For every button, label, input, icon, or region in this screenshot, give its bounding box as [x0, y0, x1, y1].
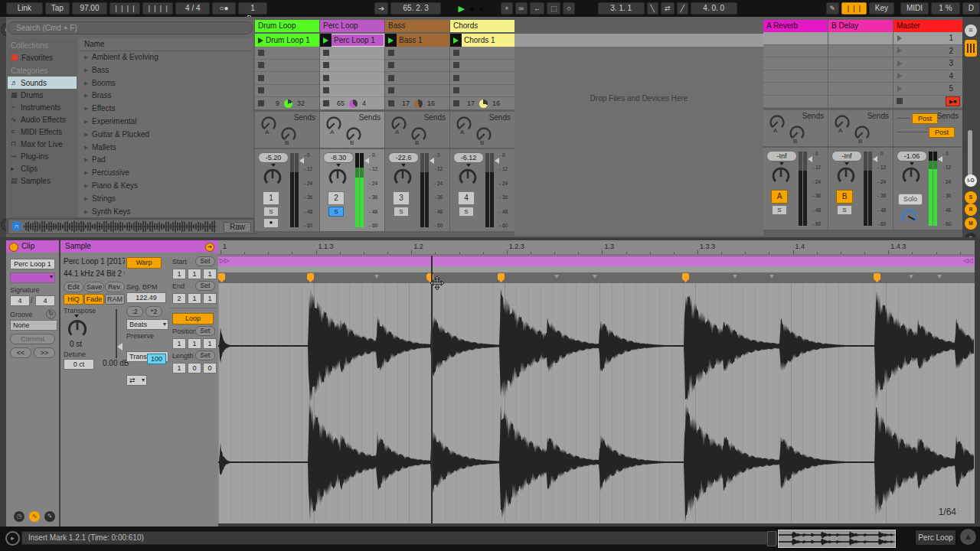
empty-clip-slot[interactable] [385, 60, 449, 73]
solo-button[interactable]: S [263, 207, 279, 217]
clip-color-chooser[interactable]: ▾ [10, 272, 55, 283]
expand-triangle-icon[interactable]: ▶ [84, 64, 92, 77]
computer-midi-keyboard-toggle[interactable]: ❘❘❘ [841, 2, 867, 15]
length-set-button[interactable]: Set [195, 350, 215, 360]
list-item[interactable]: ▶Pad [78, 154, 253, 167]
scene-play-icon[interactable] [897, 60, 902, 67]
list-item[interactable]: ▶Guitar & Plucked [78, 129, 253, 142]
warp-toggle[interactable]: Warp [126, 257, 162, 269]
volume-field[interactable]: -Inf [766, 151, 797, 161]
empty-clip-slot[interactable] [385, 72, 449, 85]
send-b-post-toggle[interactable]: Post [929, 127, 955, 138]
transient-marker[interactable] [909, 275, 913, 279]
empty-clip-slot[interactable] [385, 47, 449, 60]
overview-edge-button[interactable] [767, 531, 776, 546]
quantization-menu[interactable]: 1 Bar ▾ [238, 2, 268, 15]
expand-triangle-icon[interactable]: ▶ [84, 90, 92, 103]
track-header[interactable]: Bass [385, 20, 449, 32]
grid-value-label[interactable]: 1/64 [939, 507, 956, 517]
warp-mode-menu[interactable]: Beats [126, 319, 168, 330]
list-item[interactable]: ▶Percussive [78, 167, 253, 180]
warp-marker[interactable] [218, 273, 225, 282]
clip-play-button[interactable] [258, 37, 263, 44]
scene-slot-5[interactable]: 5 [893, 83, 962, 96]
draw-grid-button[interactable]: ⬚ [547, 2, 561, 15]
length-value-fields[interactable]: 100 [172, 363, 217, 373]
end-set-button[interactable]: Set [195, 281, 215, 291]
punch-in-field[interactable]: 3. 1. 1 [598, 2, 645, 15]
start-value-fields[interactable]: 111 [172, 269, 217, 279]
expand-triangle-icon[interactable]: ▶ [84, 154, 92, 167]
empty-clip-slot[interactable] [450, 60, 514, 73]
master-solo-button[interactable]: Solo [898, 194, 923, 205]
raw-preview-button[interactable]: Raw [224, 222, 251, 233]
master-header[interactable]: Master [893, 20, 962, 32]
commit-button[interactable]: Commit [10, 334, 55, 344]
empty-clip-slot[interactable] [255, 47, 319, 60]
nudge-down-button[interactable]: ❘❘❘❘ [109, 2, 140, 15]
position-value[interactable]: 1 [172, 338, 186, 349]
volume-field[interactable]: -8.30 [323, 152, 354, 163]
clip-play-button[interactable] [385, 34, 397, 47]
scene-slot-3[interactable]: 3 [893, 57, 962, 70]
preview-waveform[interactable]: ∩ Raw [8, 219, 254, 234]
half-tempo-button[interactable]: :2 [126, 306, 143, 317]
track-activator-button[interactable]: 4 [458, 191, 475, 205]
nudge-forward-button[interactable]: >> [34, 347, 55, 358]
end-value-fields[interactable]: 211 [172, 293, 217, 304]
clip-stop-button[interactable] [388, 50, 394, 56]
warp-marker[interactable] [307, 273, 314, 282]
solo-button[interactable]: S [328, 207, 344, 217]
clip-slot-perc-loop-1[interactable]: Perc Loop 1 [320, 34, 384, 47]
key-map-button[interactable]: Key [869, 2, 894, 15]
reverse-button[interactable]: Rev. [105, 282, 125, 292]
sidebar-item-instruments[interactable]: ◔Instruments [8, 101, 77, 113]
sidebar-item-drums[interactable]: ▦Drums [8, 89, 77, 101]
play-button[interactable]: ▶ [458, 4, 464, 14]
list-item[interactable]: ▶Strings [78, 193, 253, 206]
hot-swap-groove-icon[interactable]: ↻ [46, 309, 56, 319]
groove-chooser[interactable]: None [10, 320, 57, 331]
loop-end-marker[interactable]: ◁◁ [964, 257, 973, 264]
empty-clip-slot[interactable] [450, 47, 514, 60]
list-item[interactable]: ▶Effects [78, 103, 253, 116]
loop-brace[interactable]: ▷▷ ◁◁ [218, 256, 975, 267]
transient-marker[interactable] [593, 275, 597, 279]
expand-triangle-icon[interactable]: ▶ [84, 103, 92, 116]
tap-tempo-button[interactable]: Tap [45, 2, 70, 15]
expand-triangle-icon[interactable]: ▶ [84, 167, 92, 180]
gain-slider-handle[interactable] [117, 343, 122, 350]
signature-numerator-field[interactable]: 4 [10, 295, 30, 306]
envelopes-box-toggle[interactable]: ✎ [44, 511, 55, 522]
start-set-button[interactable]: Set [195, 256, 215, 266]
expand-triangle-icon[interactable]: ▶ [84, 193, 92, 206]
empty-clip-slot[interactable] [320, 85, 384, 98]
scene-slot-1[interactable]: 1 [893, 32, 962, 45]
start-end-marker-row[interactable] [218, 266, 975, 272]
hiq-toggle[interactable]: HiQ [64, 294, 83, 305]
length-value[interactable]: 1 [172, 363, 186, 373]
sidebar-item-samples[interactable]: ▤Samples [8, 174, 77, 187]
sidebar-item-midi-effects[interactable]: ≡MIDI Effects [8, 126, 77, 138]
scene-play-icon[interactable] [897, 86, 902, 92]
follow-button[interactable]: ➔ [374, 2, 388, 15]
clip-stop-button[interactable] [388, 87, 394, 93]
empty-clip-slot[interactable] [450, 85, 514, 98]
track-activator-button[interactable]: B [836, 190, 853, 204]
list-item[interactable]: ▶Bass [78, 64, 253, 77]
position-value[interactable]: 1 [203, 338, 217, 349]
scene-play-icon[interactable] [897, 35, 902, 41]
scene-play-icon[interactable] [897, 47, 902, 54]
stop-all-clips-button[interactable]: ▶■ [946, 96, 960, 106]
clip-stop-button[interactable] [388, 100, 394, 106]
automation-arm-button[interactable]: ○ [563, 2, 574, 15]
mixer-section-toggle-i-o[interactable]: I-O [965, 174, 977, 187]
position-value-fields[interactable]: 111 [172, 338, 217, 349]
clip-stop-button[interactable] [388, 62, 394, 68]
midi-map-button[interactable]: MIDI [900, 2, 929, 15]
transient-marker[interactable] [733, 275, 737, 279]
expand-triangle-icon[interactable]: ▶ [84, 77, 92, 90]
warp-marker-row[interactable] [218, 272, 975, 284]
start-value[interactable]: 1 [203, 269, 217, 279]
clip-stop-button[interactable] [323, 75, 329, 81]
